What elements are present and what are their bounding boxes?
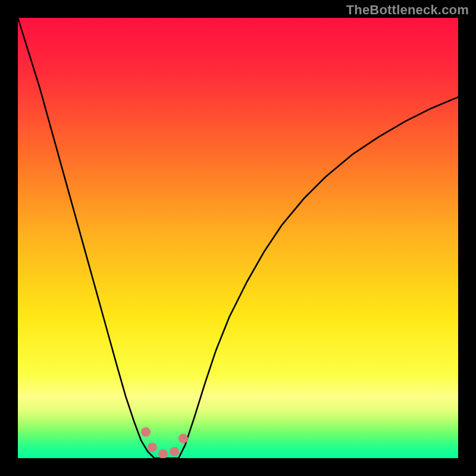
- plot-area: [18, 18, 458, 458]
- data-marker: [158, 449, 168, 458]
- data-marker: [148, 443, 157, 452]
- outer-frame: TheBottleneck.com: [0, 0, 476, 476]
- data-marker: [170, 447, 179, 456]
- data-marker: [141, 427, 151, 437]
- watermark-text: TheBottleneck.com: [346, 2, 469, 18]
- data-marker: [178, 434, 188, 443]
- background-gradient: [18, 18, 458, 458]
- svg-rect-0: [18, 18, 458, 458]
